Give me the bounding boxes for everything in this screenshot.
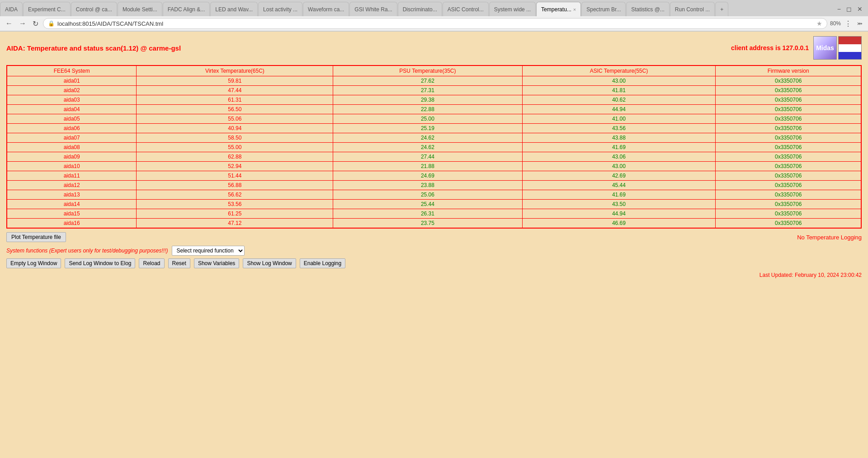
more-tools-button[interactable]: ⋮	[843, 19, 854, 29]
table-cell: 41.00	[522, 114, 716, 124]
table-cell: 0x3350706	[716, 152, 861, 162]
extensions-button[interactable]: ⤔	[855, 19, 864, 28]
table-cell: 25.06	[333, 190, 522, 200]
table-cell: aida16	[7, 219, 137, 229]
zoom-level: 80%	[830, 20, 841, 27]
table-cell: 24.62	[333, 133, 522, 143]
action-button[interactable]: Enable Logging	[300, 258, 345, 268]
browser-tab-0[interactable]: AIDA	[0, 2, 23, 16]
table-cell: 53.56	[137, 200, 333, 209]
browser-tab-7[interactable]: Waveform ca...	[303, 2, 349, 16]
table-cell: 25.44	[333, 200, 522, 209]
table-cell: 0x3350706	[716, 171, 861, 181]
table-cell: 58.50	[137, 133, 333, 143]
new-tab-button[interactable]: +	[715, 2, 728, 16]
table-cell: 52.94	[137, 162, 333, 171]
table-cell: 27.62	[333, 76, 522, 86]
table-row: aida0962.8827.4443.060x3350706	[7, 152, 861, 162]
table-cell: aida13	[7, 190, 137, 200]
url-bar[interactable]: 🔒 localhost:8015/AIDA/TSCAN/TSCAN.tml ★	[43, 18, 827, 29]
forward-button[interactable]: →	[17, 19, 28, 28]
table-header: Firmware version	[716, 65, 861, 76]
table-cell: aida14	[7, 200, 137, 209]
table-cell: aida06	[7, 124, 137, 133]
browser-tab-13[interactable]: Spectrum Br...	[581, 2, 626, 16]
table-cell: 47.12	[137, 219, 333, 229]
table-cell: 51.44	[137, 171, 333, 181]
tab-close-icon[interactable]: ×	[573, 7, 576, 12]
browser-tab-2[interactable]: Control @ ca...	[71, 2, 117, 16]
no-logging-label: No Temperature Logging	[797, 234, 862, 241]
function-select[interactable]: Select required function	[172, 246, 245, 256]
browser-tab-11[interactable]: System wide ...	[489, 2, 536, 16]
back-button[interactable]: ←	[4, 19, 14, 28]
client-address: client address is 127.0.0.1	[731, 44, 809, 51]
plot-temperature-button[interactable]: Plot Temperature file	[6, 232, 66, 242]
action-button[interactable]: Send Log Window to Elog	[65, 258, 135, 268]
table-row: aida0555.0625.0041.000x3350706	[7, 114, 861, 124]
minimize-button[interactable]: −	[835, 5, 843, 14]
table-cell: 25.19	[333, 124, 522, 133]
table-cell: aida04	[7, 105, 137, 114]
browser-tab-14[interactable]: Statistics @...	[626, 2, 670, 16]
action-button[interactable]: Reload	[139, 258, 164, 268]
table-row: aida0758.5024.6243.880x3350706	[7, 133, 861, 143]
table-cell: 44.94	[522, 209, 716, 219]
action-button[interactable]: Reset	[168, 258, 190, 268]
browser-tab-6[interactable]: Lost activity ...	[258, 2, 302, 16]
table-cell: 56.50	[137, 105, 333, 114]
table-cell: 55.06	[137, 114, 333, 124]
table-cell: 55.00	[137, 143, 333, 152]
table-cell: aida15	[7, 209, 137, 219]
browser-tab-3[interactable]: Module Setti...	[118, 2, 162, 16]
table-header: PSU Temperature(35C)	[333, 65, 522, 76]
table-header: ASIC Temperature(55C)	[522, 65, 716, 76]
table-cell: 22.88	[333, 105, 522, 114]
browser-tab-10[interactable]: ASIC Control...	[443, 2, 489, 16]
table-row: aida1151.4424.6942.690x3350706	[7, 171, 861, 181]
table-cell: 0x3350706	[716, 162, 861, 171]
temperature-table: FEE64 SystemVirtex Temperature(65C)PSU T…	[6, 65, 862, 229]
aida-logo	[838, 36, 862, 60]
table-cell: 46.69	[522, 219, 716, 229]
table-cell: 0x3350706	[716, 143, 861, 152]
logos-area: Midas	[813, 36, 862, 60]
table-cell: 43.00	[522, 162, 716, 171]
table-row: aida0855.0024.6241.690x3350706	[7, 143, 861, 152]
browser-tab-8[interactable]: GSI White Ra...	[349, 2, 397, 16]
restore-button[interactable]: ◻	[844, 5, 854, 14]
table-cell: 24.62	[333, 143, 522, 152]
browser-tab-5[interactable]: LED and Wav...	[210, 2, 258, 16]
browser-tab-12[interactable]: Temperatu... ×	[536, 2, 581, 16]
table-cell: aida02	[7, 86, 137, 95]
browser-tab-4[interactable]: FADC Align &...	[163, 2, 210, 16]
browser-tab-15[interactable]: Run Control ...	[670, 2, 715, 16]
close-window-button[interactable]: ✕	[855, 5, 864, 14]
action-button[interactable]: Show Log Window	[243, 258, 296, 268]
last-updated: Last Updated: February 10, 2024 23:00:42	[6, 272, 862, 278]
table-cell: 41.81	[522, 86, 716, 95]
reload-browser-button[interactable]: ↻	[31, 19, 40, 29]
table-row: aida0361.3129.3840.620x3350706	[7, 95, 861, 105]
table-cell: 0x3350706	[716, 105, 861, 114]
midas-logo: Midas	[813, 36, 837, 60]
nav-bar: ← → ↻ 🔒 localhost:8015/AIDA/TSCAN/TSCAN.…	[0, 16, 868, 31]
action-button[interactable]: Show Variables	[194, 258, 240, 268]
action-button[interactable]: Empty Log Window	[6, 258, 61, 268]
table-cell: 24.69	[333, 171, 522, 181]
table-cell: 0x3350706	[716, 124, 861, 133]
table-cell: 0x3350706	[716, 95, 861, 105]
table-cell: 41.69	[522, 143, 716, 152]
table-cell: 0x3350706	[716, 114, 861, 124]
table-cell: 43.06	[522, 152, 716, 162]
table-cell: 0x3350706	[716, 181, 861, 190]
browser-tab-1[interactable]: Experiment C...	[23, 2, 71, 16]
table-cell: 61.25	[137, 209, 333, 219]
table-row: aida1356.6225.0641.690x3350706	[7, 190, 861, 200]
browser-chrome: AIDAExperiment C...Control @ ca...Module…	[0, 0, 868, 32]
table-row: aida0247.4427.3141.810x3350706	[7, 86, 861, 95]
system-functions-row: System functions (Expert users only for …	[6, 246, 862, 256]
browser-tab-9[interactable]: Discriminato...	[398, 2, 442, 16]
table-cell: 23.88	[333, 181, 522, 190]
security-icon: 🔒	[48, 20, 55, 27]
